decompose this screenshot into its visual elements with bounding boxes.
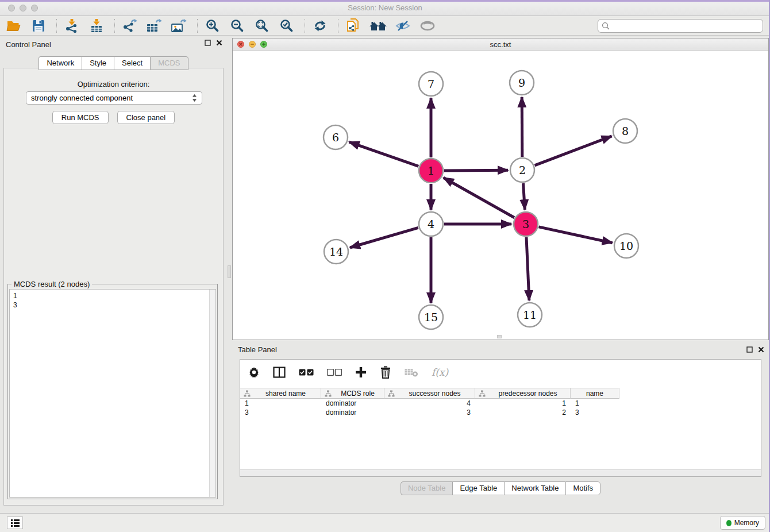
column-header-MCDS-role[interactable]: MCDS role <box>321 388 384 399</box>
network-minimize-icon[interactable] <box>249 41 256 48</box>
edge-4-14[interactable] <box>350 228 418 248</box>
cell-successor-nodes[interactable]: 3 <box>384 408 475 417</box>
float-panel-icon[interactable] <box>205 40 211 46</box>
edge-1-6[interactable] <box>349 142 419 166</box>
zoom-in-button[interactable] <box>203 17 222 34</box>
zoom-out-icon <box>230 19 244 33</box>
tab-node-table[interactable]: Node Table <box>401 481 453 495</box>
import-table-button[interactable] <box>87 17 106 34</box>
main-toolbar <box>0 16 770 36</box>
float-table-panel-icon[interactable] <box>746 346 753 353</box>
export-table-button[interactable] <box>145 17 164 34</box>
tab-mcds[interactable]: MCDS <box>150 56 188 70</box>
cell-successor-nodes[interactable]: 4 <box>384 399 475 408</box>
table-body[interactable]: 1dominator4113dominator323 <box>240 399 761 417</box>
dropdown-spinner-icon <box>192 94 197 102</box>
close-window-icon[interactable] <box>8 5 15 11</box>
task-history-button[interactable] <box>7 516 23 529</box>
close-panel-button[interactable]: Close panel <box>117 111 175 124</box>
minimize-window-icon[interactable] <box>20 5 26 11</box>
close-panel-icon[interactable] <box>216 40 222 46</box>
deselect-all-icon[interactable] <box>327 369 342 376</box>
cell-MCDS-role[interactable]: dominator <box>321 408 384 417</box>
network-graph[interactable]: 7968124314101511 <box>233 51 768 340</box>
delete-column-trash-icon[interactable] <box>380 366 391 379</box>
tab-style[interactable]: Style <box>82 56 114 70</box>
save-icon <box>32 20 45 32</box>
add-column-icon[interactable] <box>355 367 367 378</box>
zoom-window-icon[interactable] <box>31 5 38 11</box>
memory-button[interactable]: Memory <box>720 516 765 530</box>
table-header-row[interactable]: shared nameMCDS rolesuccessor nodesprede… <box>240 388 761 399</box>
column-header-successor-nodes[interactable]: successor nodes <box>384 388 475 399</box>
table-options-gear-icon[interactable] <box>248 367 260 378</box>
window-controls[interactable] <box>8 5 38 11</box>
edge-2-3[interactable] <box>523 183 525 210</box>
zoom-out-button[interactable] <box>228 17 247 34</box>
fit-content-button[interactable] <box>253 17 271 34</box>
criterion-dropdown[interactable]: strongly connected component <box>26 91 202 105</box>
apply-layout-button[interactable] <box>311 17 329 34</box>
network-maximize-icon[interactable] <box>260 41 267 48</box>
run-mcds-button[interactable]: Run MCDS <box>52 111 109 124</box>
tab-network[interactable]: Network <box>38 56 82 70</box>
import-network-button[interactable] <box>63 17 81 34</box>
export-network-button[interactable] <box>121 17 139 34</box>
export-image-button[interactable] <box>170 17 188 34</box>
result-scrollbar[interactable] <box>209 290 215 497</box>
cell-name[interactable]: 3 <box>571 408 619 417</box>
cell-predecessor-nodes[interactable]: 1 <box>475 399 571 408</box>
cell-predecessor-nodes[interactable]: 2 <box>475 408 571 417</box>
tab-edge-table[interactable]: Edge Table <box>452 481 504 495</box>
column-header-shared-name[interactable]: shared name <box>240 388 321 399</box>
select-all-icon[interactable] <box>299 369 314 376</box>
splitter-grip-icon[interactable] <box>228 265 231 278</box>
close-table-panel-icon[interactable] <box>758 346 764 353</box>
edge-2-8[interactable] <box>535 136 612 165</box>
search-input[interactable] <box>610 20 763 32</box>
open-session-button[interactable] <box>5 17 23 34</box>
toolbar-separator <box>305 19 305 33</box>
table-row[interactable]: 3dominator323 <box>240 408 761 417</box>
edge-3-10[interactable] <box>539 227 613 243</box>
column-header-name[interactable]: name <box>571 388 619 399</box>
show-hide-button[interactable] <box>418 17 437 34</box>
node-table[interactable]: shared nameMCDS rolesuccessor nodesprede… <box>240 388 761 417</box>
show-columns-icon[interactable] <box>273 367 286 378</box>
column-label: MCDS role <box>332 390 384 398</box>
cell-shared-name[interactable]: 3 <box>240 408 321 417</box>
search-box[interactable] <box>598 19 763 33</box>
cell-MCDS-role[interactable]: dominator <box>321 399 384 408</box>
panel-splitter[interactable] <box>227 36 232 513</box>
network-close-icon[interactable] <box>237 41 244 48</box>
edge-1-2[interactable] <box>444 170 508 171</box>
tab-select[interactable]: Select <box>114 56 150 70</box>
memory-status-icon <box>726 520 732 526</box>
column-flow-icon <box>325 390 332 397</box>
network-canvas[interactable]: 7968124314101511 <box>233 51 768 340</box>
table-hscroll-area[interactable] <box>240 469 761 476</box>
save-session-button[interactable] <box>29 17 48 34</box>
toggle-graphics-details-button[interactable] <box>394 17 412 34</box>
tab-motifs[interactable]: Motifs <box>565 481 600 495</box>
edge-2-9[interactable] <box>522 97 522 157</box>
cell-name[interactable]: 1 <box>571 399 619 408</box>
table-panel-title: Table Panel <box>238 345 277 354</box>
edge-3-11[interactable] <box>526 237 529 300</box>
network-window-titlebar[interactable]: scc.txt <box>233 38 768 51</box>
cell-shared-name[interactable]: 1 <box>240 399 321 408</box>
clone-network-button[interactable] <box>344 17 363 34</box>
session-title: Session: New Session <box>0 3 770 12</box>
control-panel-tabs: NetworkStyleSelectMCDS <box>0 56 227 70</box>
edge-3-1[interactable] <box>444 178 514 217</box>
tab-network-table[interactable]: Network Table <box>504 481 565 495</box>
column-label: name <box>571 390 619 398</box>
network-overview-button[interactable] <box>369 17 387 34</box>
column-header-predecessor-nodes[interactable]: predecessor nodes <box>475 388 571 399</box>
zoom-selected-button[interactable] <box>278 17 296 34</box>
canvas-resize-grip[interactable] <box>497 335 502 338</box>
optimization-criterion-label: Optimization criterion: <box>4 80 223 88</box>
table-row[interactable]: 1dominator411 <box>240 399 761 408</box>
column-label: predecessor nodes <box>486 390 570 398</box>
mcds-result-list[interactable]: 13 <box>9 289 216 498</box>
